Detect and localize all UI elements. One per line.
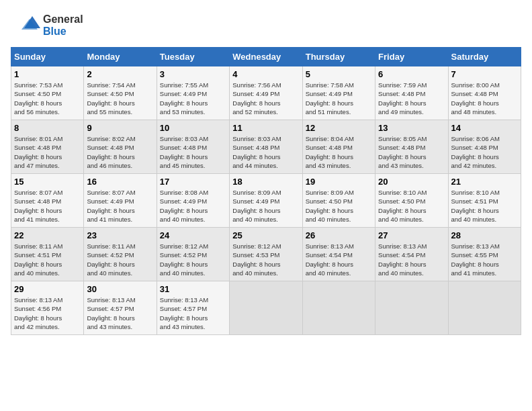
logo-blue: Blue bbox=[43, 26, 83, 38]
day-number: 20 bbox=[378, 177, 445, 187]
calendar-cell: 3Sunrise: 7:55 AMSunset: 4:49 PMDaylight… bbox=[157, 66, 229, 120]
day-number: 25 bbox=[232, 230, 299, 240]
day-info: Sunrise: 8:01 AMSunset: 4:48 PMDaylight:… bbox=[14, 134, 81, 170]
day-number: 27 bbox=[378, 230, 445, 240]
header-wednesday: Wednesday bbox=[230, 48, 302, 66]
day-info: Sunrise: 8:07 AMSunset: 4:48 PMDaylight:… bbox=[14, 188, 81, 224]
day-number: 8 bbox=[14, 123, 81, 133]
day-info: Sunrise: 8:12 AMSunset: 4:53 PMDaylight:… bbox=[232, 242, 299, 277]
day-info: Sunrise: 8:10 AMSunset: 4:51 PMDaylight:… bbox=[451, 188, 518, 224]
calendar-cell: 18Sunrise: 8:09 AMSunset: 4:49 PMDayligh… bbox=[230, 174, 302, 228]
day-info: Sunrise: 8:11 AMSunset: 4:52 PMDaylight:… bbox=[87, 242, 153, 277]
day-number: 12 bbox=[306, 123, 372, 133]
week-row-1: 1Sunrise: 7:53 AMSunset: 4:50 PMDaylight… bbox=[11, 66, 521, 120]
day-number: 16 bbox=[87, 177, 153, 187]
day-number: 18 bbox=[232, 177, 299, 187]
day-number: 19 bbox=[306, 177, 372, 187]
day-number: 22 bbox=[14, 230, 81, 240]
day-info: Sunrise: 8:09 AMSunset: 4:49 PMDaylight:… bbox=[232, 188, 299, 224]
calendar-cell: 9Sunrise: 8:02 AMSunset: 4:48 PMDaylight… bbox=[84, 120, 157, 174]
week-row-4: 22Sunrise: 8:11 AMSunset: 4:51 PMDayligh… bbox=[11, 228, 521, 281]
day-info: Sunrise: 8:08 AMSunset: 4:49 PMDaylight:… bbox=[160, 188, 226, 224]
calendar-cell: 15Sunrise: 8:07 AMSunset: 4:48 PMDayligh… bbox=[11, 174, 84, 228]
day-info: Sunrise: 8:13 AMSunset: 4:57 PMDaylight:… bbox=[87, 295, 153, 331]
calendar-cell: 11Sunrise: 8:03 AMSunset: 4:48 PMDayligh… bbox=[230, 120, 302, 174]
logo-general: General bbox=[43, 13, 83, 26]
week-row-5: 29Sunrise: 8:13 AMSunset: 4:56 PMDayligh… bbox=[11, 281, 521, 335]
calendar-cell bbox=[230, 281, 302, 335]
calendar-cell: 17Sunrise: 8:08 AMSunset: 4:49 PMDayligh… bbox=[157, 174, 229, 228]
day-number: 6 bbox=[378, 69, 445, 79]
day-info: Sunrise: 8:06 AMSunset: 4:48 PMDaylight:… bbox=[451, 134, 518, 170]
logo-icon bbox=[11, 11, 40, 40]
calendar-cell: 10Sunrise: 8:03 AMSunset: 4:48 PMDayligh… bbox=[157, 120, 229, 174]
day-number: 10 bbox=[160, 123, 226, 133]
header-friday: Friday bbox=[375, 48, 448, 66]
logo: General Blue bbox=[11, 11, 83, 40]
header-monday: Monday bbox=[84, 48, 157, 66]
day-info: Sunrise: 7:55 AMSunset: 4:49 PMDaylight:… bbox=[160, 81, 226, 116]
calendar-cell: 6Sunrise: 7:59 AMSunset: 4:48 PMDaylight… bbox=[375, 66, 448, 120]
page-header: General Blue bbox=[11, 11, 521, 40]
day-number: 13 bbox=[378, 123, 445, 133]
calendar-cell: 12Sunrise: 8:04 AMSunset: 4:48 PMDayligh… bbox=[302, 120, 375, 174]
calendar-cell: 30Sunrise: 8:13 AMSunset: 4:57 PMDayligh… bbox=[84, 281, 157, 335]
day-info: Sunrise: 7:56 AMSunset: 4:49 PMDaylight:… bbox=[232, 81, 299, 116]
day-info: Sunrise: 8:03 AMSunset: 4:48 PMDaylight:… bbox=[160, 134, 226, 170]
header-sunday: Sunday bbox=[11, 48, 84, 66]
day-number: 28 bbox=[451, 230, 518, 240]
day-info: Sunrise: 8:13 AMSunset: 4:55 PMDaylight:… bbox=[451, 242, 518, 277]
calendar-cell: 21Sunrise: 8:10 AMSunset: 4:51 PMDayligh… bbox=[448, 174, 521, 228]
day-info: Sunrise: 7:53 AMSunset: 4:50 PMDaylight:… bbox=[14, 81, 81, 116]
day-number: 4 bbox=[232, 69, 299, 79]
calendar-cell: 8Sunrise: 8:01 AMSunset: 4:48 PMDaylight… bbox=[11, 120, 84, 174]
day-number: 1 bbox=[14, 69, 81, 79]
calendar-cell: 14Sunrise: 8:06 AMSunset: 4:48 PMDayligh… bbox=[448, 120, 521, 174]
day-number: 9 bbox=[87, 123, 153, 133]
week-row-3: 15Sunrise: 8:07 AMSunset: 4:48 PMDayligh… bbox=[11, 174, 521, 228]
day-number: 14 bbox=[451, 123, 518, 133]
header-thursday: Thursday bbox=[302, 48, 375, 66]
calendar-cell: 5Sunrise: 7:58 AMSunset: 4:49 PMDaylight… bbox=[302, 66, 375, 120]
day-number: 23 bbox=[87, 230, 153, 240]
day-info: Sunrise: 8:09 AMSunset: 4:50 PMDaylight:… bbox=[306, 188, 372, 224]
day-info: Sunrise: 8:13 AMSunset: 4:57 PMDaylight:… bbox=[160, 295, 226, 331]
day-info: Sunrise: 8:04 AMSunset: 4:48 PMDaylight:… bbox=[306, 134, 372, 170]
day-info: Sunrise: 8:00 AMSunset: 4:48 PMDaylight:… bbox=[451, 81, 518, 116]
calendar-cell: 19Sunrise: 8:09 AMSunset: 4:50 PMDayligh… bbox=[302, 174, 375, 228]
day-number: 24 bbox=[160, 230, 226, 240]
calendar-cell: 24Sunrise: 8:12 AMSunset: 4:52 PMDayligh… bbox=[157, 228, 229, 281]
day-info: Sunrise: 7:54 AMSunset: 4:50 PMDaylight:… bbox=[87, 81, 153, 116]
day-info: Sunrise: 8:12 AMSunset: 4:52 PMDaylight:… bbox=[160, 242, 226, 277]
calendar-cell bbox=[448, 281, 521, 335]
day-number: 5 bbox=[306, 69, 372, 79]
header-row: SundayMondayTuesdayWednesdayThursdayFrid… bbox=[11, 48, 521, 66]
day-number: 2 bbox=[87, 69, 153, 79]
calendar-cell: 28Sunrise: 8:13 AMSunset: 4:55 PMDayligh… bbox=[448, 228, 521, 281]
calendar-cell: 31Sunrise: 8:13 AMSunset: 4:57 PMDayligh… bbox=[157, 281, 229, 335]
calendar-body: 1Sunrise: 7:53 AMSunset: 4:50 PMDaylight… bbox=[11, 66, 521, 335]
day-number: 29 bbox=[14, 284, 81, 294]
day-number: 3 bbox=[160, 69, 226, 79]
calendar-cell: 16Sunrise: 8:07 AMSunset: 4:49 PMDayligh… bbox=[84, 174, 157, 228]
day-info: Sunrise: 8:13 AMSunset: 4:54 PMDaylight:… bbox=[378, 242, 445, 277]
day-number: 30 bbox=[87, 284, 153, 294]
day-number: 15 bbox=[14, 177, 81, 187]
week-row-2: 8Sunrise: 8:01 AMSunset: 4:48 PMDaylight… bbox=[11, 120, 521, 174]
day-info: Sunrise: 8:07 AMSunset: 4:49 PMDaylight:… bbox=[87, 188, 153, 224]
day-info: Sunrise: 8:02 AMSunset: 4:48 PMDaylight:… bbox=[87, 134, 153, 170]
day-number: 11 bbox=[232, 123, 299, 133]
calendar-cell: 27Sunrise: 8:13 AMSunset: 4:54 PMDayligh… bbox=[375, 228, 448, 281]
calendar-cell: 13Sunrise: 8:05 AMSunset: 4:48 PMDayligh… bbox=[375, 120, 448, 174]
header-saturday: Saturday bbox=[448, 48, 521, 66]
day-info: Sunrise: 8:13 AMSunset: 4:54 PMDaylight:… bbox=[306, 242, 372, 277]
calendar-cell: 7Sunrise: 8:00 AMSunset: 4:48 PMDaylight… bbox=[448, 66, 521, 120]
day-number: 31 bbox=[160, 284, 226, 294]
day-info: Sunrise: 8:03 AMSunset: 4:48 PMDaylight:… bbox=[232, 134, 299, 170]
day-info: Sunrise: 8:05 AMSunset: 4:48 PMDaylight:… bbox=[378, 134, 445, 170]
calendar-cell: 22Sunrise: 8:11 AMSunset: 4:51 PMDayligh… bbox=[11, 228, 84, 281]
calendar-header: SundayMondayTuesdayWednesdayThursdayFrid… bbox=[11, 48, 521, 66]
calendar-cell: 23Sunrise: 8:11 AMSunset: 4:52 PMDayligh… bbox=[84, 228, 157, 281]
day-info: Sunrise: 7:58 AMSunset: 4:49 PMDaylight:… bbox=[306, 81, 372, 116]
header-tuesday: Tuesday bbox=[157, 48, 229, 66]
